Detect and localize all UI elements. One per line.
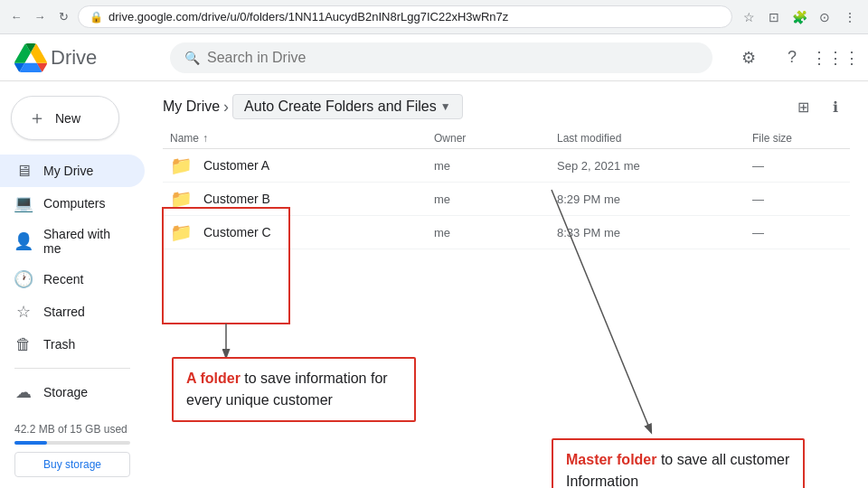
profile-icon[interactable]: ⊙ [814,6,835,28]
breadcrumb: My Drive › Auto Create Folders and Files… [163,94,463,119]
apps-icon[interactable]: ⋮⋮⋮ [817,40,854,76]
search-input[interactable] [207,50,698,66]
help-icon[interactable]: ? [774,40,810,76]
owner-cell: me [434,226,542,239]
breadcrumb-current-label: Auto Create Folders and Files [244,99,437,115]
storage-section: 42.2 MB of 15 GB used Buy storage [0,408,145,488]
back-button[interactable]: ← [7,8,25,26]
sidebar-item-starred-label: Starred [43,305,85,319]
grid-view-button[interactable]: ⊞ [788,92,817,121]
size-cell: — [752,192,843,206]
search-bar[interactable]: 🔍 [170,42,712,73]
new-button[interactable]: ＋ New [11,96,119,140]
modified-header-label: Last modified [557,132,621,145]
sidebar: ＋ New 🖥 My Drive 💻 Computers 👤 Shared wi… [0,81,145,488]
browser-actions: ☆ ⊡ 🧩 ⊙ ⋮ [738,6,861,28]
search-icon: 🔍 [184,51,200,65]
recent-icon: 🕐 [14,270,33,288]
info-button[interactable]: ℹ [821,92,850,121]
settings-icon[interactable]: ⚙ [731,40,767,76]
table-row[interactable]: 📁 Customer A me Sep 2, 2021 me — [163,149,850,183]
file-area: My Drive › Auto Create Folders and Files… [145,81,868,488]
sidebar-item-trash-label: Trash [43,337,75,352]
file-area-inner: My Drive › Auto Create Folders and Files… [145,81,868,249]
extensions-icon[interactable]: 🧩 [788,6,810,28]
file-table: Name ↑ Owner Last modified File size [145,128,868,249]
breadcrumb-separator: › [223,98,229,117]
callout1-text: A folder to save information for every u… [186,368,401,411]
lock-icon: 🔒 [90,11,103,23]
shared-icon: 👤 [14,232,33,250]
breadcrumb-actions: ⊞ ℹ [788,92,850,121]
size-cell: — [752,159,843,173]
modified-column-header[interactable]: Last modified [557,132,738,145]
sidebar-item-recent[interactable]: 🕐 Recent [0,263,145,296]
size-header-label: File size [752,132,792,145]
sidebar-item-trash[interactable]: 🗑 Trash [0,328,145,361]
drive-logo-icon [14,42,47,74]
sidebar-item-my-drive[interactable]: 🖥 My Drive [0,155,145,187]
storage-label: 42.2 MB of 15 GB used [14,423,130,436]
cast-icon[interactable]: ⊡ [763,6,785,28]
my-drive-icon: 🖥 [14,162,33,180]
logo-text: Drive [51,46,97,70]
sidebar-item-storage[interactable]: ☁ Storage [0,376,145,408]
name-column-header[interactable]: Name ↑ [170,132,420,145]
new-button-label: New [55,111,80,126]
modified-cell: Sep 2, 2021 me [557,159,738,173]
file-name-text: Customer B [203,192,270,206]
file-table-header: Name ↑ Owner Last modified File size [163,128,850,149]
folder-icon: 📁 [170,155,193,176]
breadcrumb-dropdown-icon: ▼ [440,100,451,113]
storage-bar-fill [14,441,47,445]
owner-header-label: Owner [434,132,466,145]
annotation-callout-1: A folder to save information for every u… [172,357,416,422]
browser-chrome: ← → ↻ 🔒 drive.google.com/drive/u/0/folde… [0,0,868,34]
breadcrumb-current[interactable]: Auto Create Folders and Files ▼ [232,94,462,119]
folder-icon: 📁 [170,188,193,210]
sidebar-item-shared[interactable]: 👤 Shared with me [0,220,145,263]
starred-icon: ☆ [14,303,33,321]
size-column-header[interactable]: File size [752,132,843,145]
menu-icon[interactable]: ⋮ [839,6,861,28]
bookmark-icon[interactable]: ☆ [738,6,760,28]
reload-button[interactable]: ↻ [54,8,72,26]
file-name-text: Customer A [203,158,269,173]
breadcrumb-parent[interactable]: My Drive [163,99,220,115]
address-bar[interactable]: 🔒 drive.google.com/drive/u/0/folders/1NN… [78,5,732,28]
sidebar-item-recent-label: Recent [43,272,83,286]
storage-icon: ☁ [14,383,33,401]
folder-icon: 📁 [170,221,193,243]
sidebar-item-my-drive-label: My Drive [43,164,93,178]
modified-cell: 8:33 PM me [557,226,738,239]
trash-icon: 🗑 [14,335,33,353]
table-row[interactable]: 📁 Customer C me 8:33 PM me — [163,216,850,249]
header-actions: ⚙ ? ⋮⋮⋮ [731,40,854,76]
callout2-highlight: Master folder [566,452,656,467]
sidebar-item-shared-label: Shared with me [43,227,130,256]
buy-storage-button[interactable]: Buy storage [14,452,130,477]
file-name-cell: 📁 Customer C [170,221,420,243]
sidebar-divider [14,368,130,369]
owner-cell: me [434,192,542,206]
storage-bar [14,441,130,445]
url-text: drive.google.com/drive/u/0/folders/1NN11… [108,10,721,23]
sidebar-item-starred[interactable]: ☆ Starred [0,296,145,328]
file-name-text: Customer C [203,225,271,239]
owner-column-header[interactable]: Owner [434,132,542,145]
logo-area: Drive [14,42,159,74]
browser-toolbar: ← → ↻ 🔒 drive.google.com/drive/u/0/folde… [0,0,868,33]
computers-icon: 💻 [14,194,33,212]
forward-button[interactable]: → [31,8,49,26]
callout1-highlight: A folder [186,371,241,386]
sidebar-item-computers[interactable]: 💻 Computers [0,187,145,220]
main-content: ＋ New 🖥 My Drive 💻 Computers 👤 Shared wi… [0,81,868,488]
breadcrumb-bar: My Drive › Auto Create Folders and Files… [145,81,868,128]
annotation-callout-2: Master folder to save all customer Infor… [552,438,805,488]
size-cell: — [752,226,843,239]
table-row[interactable]: 📁 Customer B me 8:29 PM me — [163,183,850,216]
file-name-cell: 📁 Customer A [170,155,420,176]
callout2-text: Master folder to save all customer Infor… [566,449,790,488]
owner-cell: me [434,159,542,173]
file-name-cell: 📁 Customer B [170,188,420,210]
